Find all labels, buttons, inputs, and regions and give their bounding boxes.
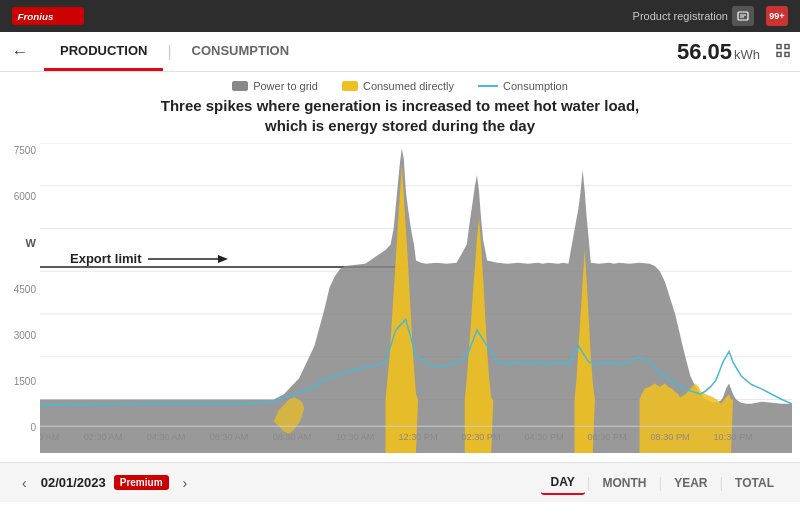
svg-text:Fronius: Fronius <box>17 11 54 22</box>
header-right: Product registration 99+ <box>633 6 788 26</box>
y-axis-w: W <box>26 237 36 249</box>
tab-production[interactable]: PRODUCTION <box>44 32 163 71</box>
chart-svg-wrapper: 7500 6000 W 4500 3000 1500 0 Export limi… <box>8 143 792 453</box>
svg-marker-23 <box>640 384 733 453</box>
chart-svg-area: Export limit <box>40 143 792 453</box>
legend-color-power-to-grid <box>232 81 248 91</box>
sep1: | <box>587 475 591 491</box>
chart-title-line1: Three spikes where generation is increas… <box>8 96 792 116</box>
tab-day[interactable]: DAY <box>541 471 585 495</box>
legend-color-consumption <box>478 85 498 87</box>
svg-marker-10 <box>218 255 228 263</box>
y-tick-3000: 3000 <box>14 330 36 341</box>
svg-text:10:30 PM: 10:30 PM <box>714 432 753 442</box>
navbar: ← PRODUCTION | CONSUMPTION 56.05kWh <box>0 32 800 72</box>
prev-date-button[interactable]: ‹ <box>16 473 33 493</box>
footer: ‹ 02/01/2023 Premium › DAY | MONTH | YEA… <box>0 462 800 502</box>
legend-label-consumed-directly: Consumed directly <box>363 80 454 92</box>
y-axis: 7500 6000 W 4500 3000 1500 0 <box>8 143 40 453</box>
footer-right: DAY | MONTH | YEAR | TOTAL <box>541 471 784 495</box>
fronius-logo: Fronius <box>12 7 84 25</box>
notification-badge[interactable]: 99+ <box>766 6 788 26</box>
export-limit-arrow <box>148 253 228 265</box>
svg-text:06:30 AM: 06:30 AM <box>210 432 249 442</box>
tab-consumption[interactable]: CONSUMPTION <box>176 32 306 71</box>
chart-title: Three spikes where generation is increas… <box>8 96 792 135</box>
tab-year[interactable]: YEAR <box>664 472 717 494</box>
svg-rect-2 <box>738 12 748 20</box>
kwh-unit: kWh <box>734 47 760 62</box>
svg-text:08:30 PM: 08:30 PM <box>650 432 689 442</box>
premium-badge: Premium <box>114 475 169 490</box>
tab-month[interactable]: MONTH <box>592 472 656 494</box>
svg-rect-8 <box>785 52 789 56</box>
y-tick-0: 0 <box>30 422 36 433</box>
app-header: Fronius Product registration 99+ <box>0 0 800 32</box>
legend-consumption: Consumption <box>478 80 568 92</box>
svg-text:08:30 AM: 08:30 AM <box>273 432 312 442</box>
svg-text:04:30 AM: 04:30 AM <box>147 432 186 442</box>
svg-text:12:30 AM: 12:30 AM <box>40 432 59 442</box>
chart-title-line2: which is energy stored during the day <box>8 116 792 136</box>
product-reg-icon[interactable] <box>732 6 754 26</box>
y-tick-7500: 7500 <box>14 145 36 156</box>
svg-text:10:30 AM: 10:30 AM <box>336 432 375 442</box>
product-reg-text: Product registration <box>633 10 728 22</box>
kwh-value: 56.05 <box>677 39 732 64</box>
svg-text:04:30 PM: 04:30 PM <box>524 432 563 442</box>
y-tick-6000: 6000 <box>14 191 36 202</box>
export-limit-text: Export limit <box>70 251 142 266</box>
legend-label-power-to-grid: Power to grid <box>253 80 318 92</box>
footer-left: ‹ 02/01/2023 Premium › <box>16 473 193 493</box>
svg-text:02:30 AM: 02:30 AM <box>84 432 123 442</box>
y-tick-1500: 1500 <box>14 376 36 387</box>
fronius-logo-svg: Fronius <box>12 7 84 25</box>
legend-power-to-grid: Power to grid <box>232 80 318 92</box>
svg-text:12:30 PM: 12:30 PM <box>398 432 437 442</box>
y-tick-4500: 4500 <box>14 284 36 295</box>
kwh-display: 56.05kWh <box>677 39 760 65</box>
fullscreen-button[interactable] <box>776 43 790 60</box>
svg-rect-7 <box>777 52 781 56</box>
legend-consumed-directly: Consumed directly <box>342 80 454 92</box>
sep3: | <box>719 475 723 491</box>
product-registration: Product registration <box>633 6 754 26</box>
svg-rect-6 <box>785 44 789 48</box>
legend-label-consumption: Consumption <box>503 80 568 92</box>
notification-count: 99+ <box>769 11 784 21</box>
svg-text:06:30 PM: 06:30 PM <box>587 432 626 442</box>
legend-color-consumed-directly <box>342 81 358 91</box>
sep2: | <box>658 475 662 491</box>
export-limit-annotation: Export limit <box>70 251 228 266</box>
chart-svg: 12:30 AM 02:30 AM 04:30 AM 06:30 AM 08:3… <box>40 143 792 453</box>
nav-separator: | <box>167 43 171 61</box>
nav-tabs: PRODUCTION | CONSUMPTION <box>44 32 305 71</box>
footer-date: 02/01/2023 <box>41 475 106 490</box>
back-button[interactable]: ← <box>12 43 28 61</box>
next-date-button[interactable]: › <box>177 473 194 493</box>
chart-legend: Power to grid Consumed directly Consumpt… <box>8 80 792 92</box>
chart-container: Power to grid Consumed directly Consumpt… <box>0 72 800 462</box>
svg-rect-5 <box>777 44 781 48</box>
svg-text:02:30 PM: 02:30 PM <box>461 432 500 442</box>
tab-total[interactable]: TOTAL <box>725 472 784 494</box>
